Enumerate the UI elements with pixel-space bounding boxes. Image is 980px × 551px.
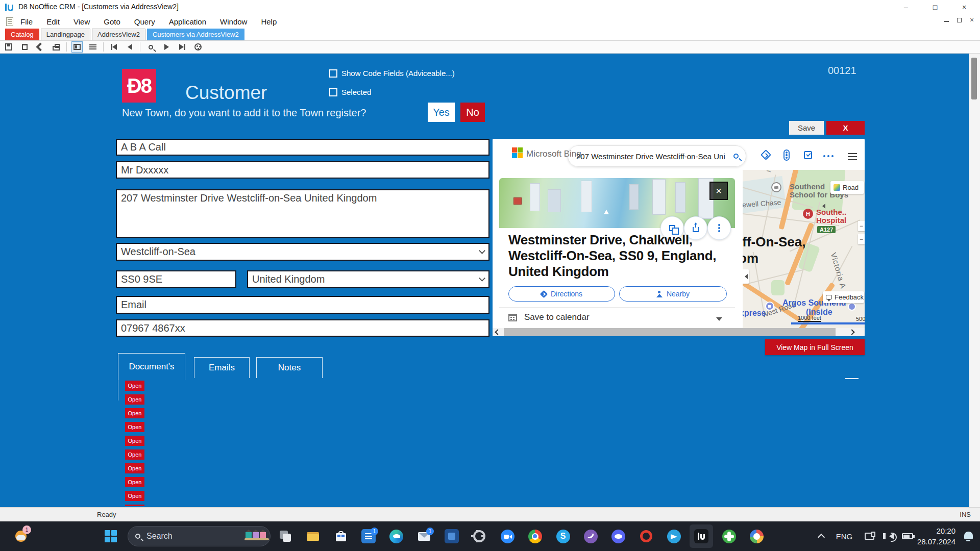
zoom-out-icon[interactable]: − bbox=[858, 221, 865, 231]
open-document-button[interactable]: Open bbox=[125, 463, 144, 473]
scroll-left-icon[interactable] bbox=[495, 329, 500, 335]
search-record-icon[interactable] bbox=[145, 41, 156, 53]
collapse-right-icon[interactable] bbox=[822, 204, 825, 209]
hamburger-menu-icon[interactable] bbox=[848, 151, 857, 162]
battery-icon[interactable] bbox=[898, 521, 917, 551]
name-field[interactable] bbox=[116, 139, 489, 156]
viber-button[interactable] bbox=[579, 521, 602, 551]
map-style-button[interactable]: Road bbox=[830, 181, 864, 194]
mail-button[interactable]: 1 bbox=[412, 521, 436, 551]
save-icon[interactable] bbox=[3, 41, 14, 53]
next-record-icon[interactable] bbox=[161, 41, 172, 53]
selected-checkbox[interactable] bbox=[329, 88, 337, 96]
minimize-button[interactable]: – bbox=[897, 0, 915, 14]
open-document-button[interactable]: Open bbox=[125, 381, 144, 391]
tasks-icon[interactable] bbox=[804, 151, 812, 159]
edge-button[interactable] bbox=[384, 521, 408, 551]
panel-horizontal-scrollbar[interactable] bbox=[493, 328, 865, 336]
language-indicator[interactable]: ENG bbox=[833, 521, 855, 551]
traffic-icon[interactable] bbox=[783, 149, 790, 161]
menu-file[interactable]: File bbox=[20, 17, 33, 26]
form-view-icon[interactable] bbox=[71, 41, 83, 53]
tab-customers-via-addressview2[interactable]: Customers via AddressView2 bbox=[147, 29, 244, 40]
phone-field[interactable] bbox=[116, 319, 489, 337]
telegram-button[interactable] bbox=[662, 521, 685, 551]
address-textarea[interactable]: 207 Westminster Drive Westcliff-on-Sea U… bbox=[121, 192, 484, 228]
tab-addressview2[interactable]: AddressView2 bbox=[92, 29, 145, 40]
close-card-icon[interactable]: × bbox=[709, 182, 728, 200]
save-button[interactable]: Save bbox=[789, 121, 824, 135]
skype-button[interactable]: S bbox=[551, 521, 575, 551]
scrollbar-thumb[interactable] bbox=[971, 58, 977, 99]
word-app-button[interactable]: 1 bbox=[357, 521, 380, 551]
collapse-left-tab[interactable] bbox=[743, 269, 749, 284]
menu-view[interactable]: View bbox=[74, 17, 90, 26]
menu-window[interactable]: Window bbox=[220, 17, 247, 26]
directions-icon[interactable] bbox=[762, 151, 770, 159]
phone-input[interactable] bbox=[121, 322, 484, 334]
country-dropdown[interactable]: United Kingdom bbox=[247, 270, 489, 288]
open-document-button[interactable]: Open bbox=[125, 436, 144, 446]
clean-icon[interactable] bbox=[35, 41, 46, 53]
tab-emails[interactable]: Emails bbox=[194, 357, 250, 378]
scrollbar-thumb[interactable] bbox=[504, 328, 836, 336]
chevron-down-icon[interactable] bbox=[479, 247, 485, 254]
browser-c-button[interactable] bbox=[745, 521, 768, 551]
email-field[interactable] bbox=[116, 296, 489, 314]
open-document-button[interactable]: Open bbox=[125, 505, 144, 506]
blue-app-button[interactable] bbox=[440, 521, 463, 551]
palette-icon[interactable] bbox=[192, 41, 204, 53]
tray-expand-button[interactable] bbox=[813, 521, 830, 551]
yes-button[interactable]: Yes bbox=[428, 103, 455, 122]
maximize-button[interactable]: □ bbox=[926, 0, 944, 14]
task-view-button[interactable] bbox=[274, 521, 297, 551]
file-explorer-button[interactable] bbox=[301, 521, 325, 551]
open-document-button[interactable]: Open bbox=[125, 394, 144, 405]
volume-icon[interactable] bbox=[880, 521, 897, 551]
tab-landingpage[interactable]: Landingpage bbox=[41, 29, 90, 40]
name-input[interactable] bbox=[121, 141, 484, 153]
search-highlight-image[interactable] bbox=[246, 532, 266, 540]
open-document-button[interactable]: Open bbox=[125, 408, 144, 418]
town-dropdown[interactable]: Westcliff-on-Sea bbox=[116, 243, 489, 261]
email-input[interactable] bbox=[121, 299, 484, 311]
open-document-button[interactable]: Open bbox=[125, 477, 144, 487]
store-button[interactable] bbox=[329, 521, 353, 551]
open-document-button[interactable]: Open bbox=[125, 422, 144, 432]
menu-goto[interactable]: Goto bbox=[104, 17, 120, 26]
no-button[interactable]: No bbox=[460, 103, 485, 122]
start-button[interactable] bbox=[99, 521, 122, 551]
open-document-button[interactable]: Open bbox=[125, 491, 144, 501]
delete-icon[interactable] bbox=[19, 41, 30, 53]
tab-catalog[interactable]: Catalog bbox=[5, 29, 39, 40]
contact-field[interactable] bbox=[116, 161, 489, 179]
zoom-app-button[interactable] bbox=[496, 521, 519, 551]
green-app-button[interactable] bbox=[717, 521, 741, 551]
child-restore-icon[interactable] bbox=[957, 16, 962, 23]
menu-query[interactable]: Query bbox=[134, 17, 155, 26]
list-view-icon[interactable] bbox=[87, 41, 99, 53]
directions-button[interactable]: Directions bbox=[508, 286, 615, 302]
road-map[interactable]: Hockleyt Southend School for Boys lewell… bbox=[743, 170, 865, 328]
first-record-icon[interactable] bbox=[108, 41, 119, 53]
chrome-button[interactable] bbox=[523, 521, 547, 551]
close-form-button[interactable]: X bbox=[826, 121, 865, 135]
opera-button[interactable] bbox=[634, 521, 658, 551]
settings-button[interactable] bbox=[468, 521, 491, 551]
save-to-calendar-row[interactable]: Save to calendar bbox=[508, 312, 590, 322]
menu-application[interactable]: Application bbox=[169, 17, 206, 26]
feedback-button[interactable]: Feedback bbox=[823, 291, 864, 303]
notifications-bell-icon[interactable] bbox=[964, 532, 973, 539]
view-map-fullscreen-button[interactable]: View Map in Full Screen bbox=[765, 339, 865, 355]
menu-edit[interactable]: Edit bbox=[46, 17, 60, 26]
postcode-input[interactable] bbox=[121, 273, 231, 285]
nearby-button[interactable]: Nearby bbox=[619, 286, 727, 302]
taskbar-search[interactable]: Search bbox=[128, 526, 271, 546]
show-code-fields-checkbox[interactable] bbox=[329, 69, 337, 78]
more-options-icon[interactable] bbox=[823, 155, 834, 157]
close-button[interactable]: × bbox=[955, 0, 973, 14]
calendar-dropdown-icon[interactable] bbox=[716, 317, 722, 321]
address-field[interactable]: 207 Westminster Drive Westcliff-on-Sea U… bbox=[116, 189, 489, 238]
zoom-out-icon-2[interactable]: − bbox=[858, 234, 865, 244]
taskbar-clock[interactable]: 20:20 28.07.2024 bbox=[917, 525, 955, 547]
